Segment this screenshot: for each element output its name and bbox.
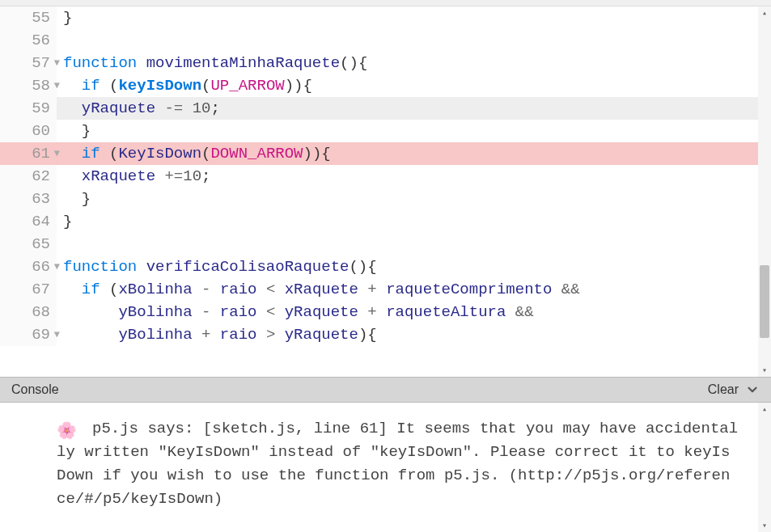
console-clear-label: Clear [708,382,739,397]
line-number: 66▼ [0,255,57,278]
console-title: Console [11,382,59,397]
code-line[interactable]: 60 } [0,120,758,142]
token-var: xRaquete [285,281,358,298]
token-punct: ( [109,77,118,95]
code-content[interactable]: if (KeyIsDown(DOWN_ARROW)){ [57,142,758,165]
line-number: 61▼ [0,142,57,165]
token-punct: ; [210,99,219,117]
editor-scrollbar[interactable]: ▴ ▾ [758,6,771,377]
code-content[interactable]: } [57,210,758,233]
code-line[interactable]: 69▼ yBolinha + raio > yRaquete){ [0,323,758,346]
token-var: raio [220,281,257,298]
token-var: yRaquete [285,326,358,344]
console-header: Console Clear [0,377,771,403]
token-punct: } [82,190,91,208]
flower-icon: 🌸 [57,420,77,443]
code-content[interactable]: if (xBolinha - raio < xRaquete + raquete… [57,278,758,301]
code-line[interactable]: 67 if (xBolinha - raio < xRaquete + raqu… [0,278,758,301]
code-content[interactable]: if (keyIsDown(UP_ARROW)){ [57,74,758,97]
token-punct: ( [201,77,210,95]
token-op: + [201,326,210,344]
code-line[interactable]: 57▼function movimentaMinhaRaquete(){ [0,52,758,74]
code-line[interactable]: 61▼ if (KeyIsDown(DOWN_ARROW)){ [0,142,758,165]
code-content[interactable] [57,29,758,52]
token-punct: ; [201,167,210,185]
scroll-up-arrow[interactable]: ▴ [758,6,771,19]
token-punct: ( [109,145,118,163]
editor-scroll-thumb[interactable] [760,265,769,338]
token-var: yRaquete [285,303,358,321]
code-line[interactable]: 66▼function verificaColisaoRaquete(){ [0,255,758,278]
console-body[interactable]: 🌸 p5.js says: [sketch.js, line 61] It se… [0,403,771,532]
line-number: 60 [0,120,57,142]
line-number: 69▼ [0,323,57,346]
line-number: 55 [0,6,57,29]
line-number: 63 [0,188,57,210]
code-content[interactable]: yBolinha + raio > yRaquete){ [57,323,758,346]
token-punct: (){ [349,258,376,276]
code-line[interactable]: 65 [0,233,758,255]
scroll-up-arrow[interactable]: ▴ [758,403,771,416]
token-var: yRaquete [82,99,155,117]
token-var: xBolinha [118,281,192,298]
code-line[interactable]: 63 } [0,188,758,210]
console-message: 🌸 p5.js says: [sketch.js, line 61] It se… [0,403,771,517]
code-editor[interactable]: 55}5657▼function movimentaMinhaRaquete()… [0,6,771,377]
line-number: 58▼ [0,74,57,97]
code-line[interactable]: 59 yRaquete -= 10; [0,97,758,120]
token-punct: ){ [358,326,377,344]
token-fn: verificaColisaoRaquete [146,258,349,276]
token-kw: function [63,258,137,276]
token-var: xRaquete [82,167,155,185]
line-number: 57▼ [0,52,57,74]
editor-tab-bar [0,0,771,6]
code-line[interactable]: 68 yBolinha - raio < yRaquete + raqueteA… [0,301,758,323]
code-line[interactable]: 58▼ if (keyIsDown(UP_ARROW)){ [0,74,758,97]
code-content[interactable]: yBolinha - raio < yRaquete + raqueteAltu… [57,301,758,323]
token-kw: if [82,77,100,95]
token-var: yBolinha [118,326,192,344]
fold-marker-icon[interactable]: ▼ [54,323,60,346]
token-err-call: KeyIsDown [118,145,201,163]
scroll-down-arrow[interactable]: ▾ [758,364,771,377]
token-op: && [561,281,580,298]
token-punct: } [82,122,91,140]
console-clear-button[interactable]: Clear [708,382,760,397]
token-num: 10 [193,99,211,117]
code-content[interactable]: xRaquete +=10; [57,165,758,188]
fold-marker-icon[interactable]: ▼ [54,52,60,74]
line-number: 59 [0,97,57,120]
token-punct: ( [201,145,210,163]
chevron-down-icon [745,382,760,397]
code-line[interactable]: 55} [0,6,758,29]
line-number: 65 [0,233,57,255]
code-content[interactable] [57,233,758,255]
token-kw: if [82,145,100,163]
code-line[interactable]: 56 [0,29,758,52]
line-number: 68 [0,301,57,323]
code-content[interactable]: function verificaColisaoRaquete(){ [57,255,758,278]
token-var: yBolinha [118,303,192,321]
token-punct: (){ [340,54,367,72]
code-content[interactable]: } [57,120,758,142]
code-content[interactable]: } [57,6,758,29]
token-kw: function [63,54,137,72]
token-num: 10 [183,167,201,185]
token-fn: movimentaMinhaRaquete [146,54,340,72]
token-punct: ( [109,281,118,298]
token-punct: } [63,213,72,230]
code-content[interactable]: yRaquete -= 10; [57,97,758,120]
code-line[interactable]: 64} [0,210,758,233]
fold-marker-icon[interactable]: ▼ [54,74,60,97]
code-content[interactable]: function movimentaMinhaRaquete(){ [57,52,758,74]
token-const: UP_ARROW [210,77,284,95]
fold-marker-icon[interactable]: ▼ [54,255,60,278]
console-scrollbar[interactable]: ▴ ▾ [758,403,771,532]
fold-marker-icon[interactable]: ▼ [54,142,60,165]
code-content[interactable]: } [57,188,758,210]
token-op: && [515,303,534,321]
token-op: -= [164,99,183,117]
token-op: < [266,303,275,321]
code-line[interactable]: 62 xRaquete +=10; [0,165,758,188]
scroll-down-arrow[interactable]: ▾ [758,519,771,532]
